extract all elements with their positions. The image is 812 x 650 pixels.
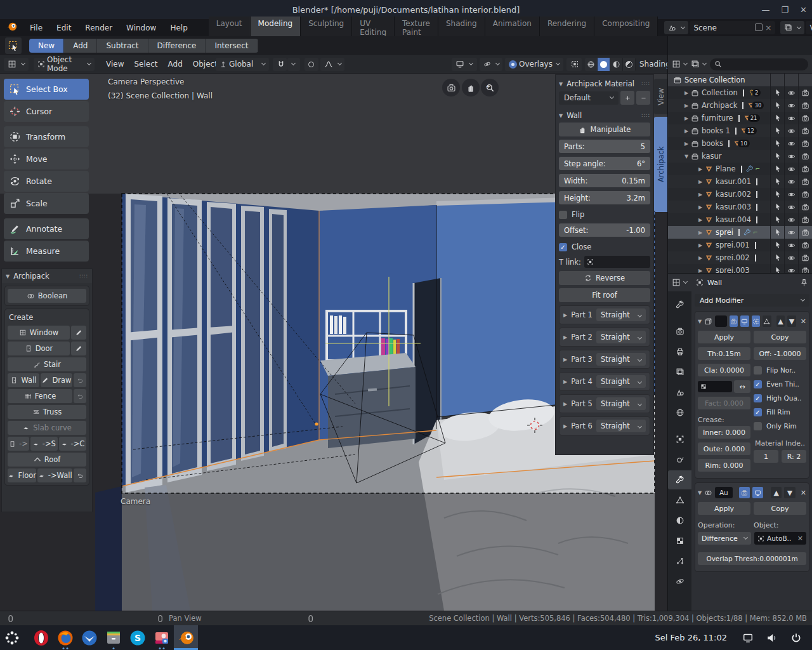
parts-field[interactable]: Parts:5 <box>559 140 650 153</box>
overlap-threshold-field[interactable]: Overlap Thresh:0.000001m <box>698 552 806 565</box>
select-menu[interactable]: Select <box>129 60 162 69</box>
part-5-row[interactable]: ▶Part 5Straight <box>559 394 650 413</box>
render-icon[interactable] <box>798 264 812 273</box>
delete-modifier-icon[interactable]: ✕ <box>801 489 806 497</box>
select-icon[interactable] <box>770 226 784 239</box>
firefox-icon[interactable] <box>53 625 77 650</box>
menu-render[interactable]: Render <box>78 23 119 32</box>
mode-difference-button[interactable]: Difference <box>148 39 206 53</box>
tab-material[interactable] <box>668 511 691 530</box>
volume-icon[interactable] <box>760 625 784 650</box>
part-2-type-dropdown[interactable]: Straight <box>596 331 646 343</box>
select-icon[interactable] <box>770 86 784 99</box>
expand-arrow[interactable]: ▶ <box>696 217 705 223</box>
crease-rim-field[interactable]: Rim: 0.000 <box>698 459 750 472</box>
boolean-apply-button[interactable]: Apply <box>698 502 750 515</box>
wall-panel-collapse-icon[interactable]: ▼ <box>559 113 563 119</box>
tool-scale[interactable]: Scale <box>4 193 89 214</box>
hide-icon[interactable] <box>784 239 798 251</box>
close-button[interactable]: ✕ <box>800 5 807 15</box>
tab-view-layer[interactable] <box>668 362 691 381</box>
proportional-editing-toggle[interactable] <box>304 58 318 71</box>
active-tool-icon[interactable] <box>5 37 22 54</box>
render-icon[interactable] <box>798 86 812 99</box>
power-icon[interactable] <box>784 625 808 650</box>
boolean-object-field[interactable]: AutoB.. ✕ <box>754 532 806 545</box>
tab-particles[interactable] <box>668 552 691 571</box>
expand-icon[interactable]: ▶ <box>563 312 567 318</box>
solidify-apply-button[interactable]: Apply <box>698 331 750 343</box>
to-ceiling-button[interactable]: ->C <box>59 437 86 451</box>
crease-inner-field[interactable]: Inner: 0.000 <box>698 426 750 439</box>
outliner-row-books-1[interactable]: ▶ books 1 12 <box>668 124 812 137</box>
create-floor-button[interactable]: Floor <box>8 468 36 482</box>
snap-settings-dropdown[interactable] <box>287 58 300 71</box>
part-4-type-dropdown[interactable]: Straight <box>596 375 646 388</box>
thickness-field[interactable]: Th:0.15m <box>698 347 750 360</box>
3d-viewport[interactable]: Camera Perspective (32) Scene Collection… <box>0 74 667 611</box>
fit-roof-button[interactable]: Fit roof <box>559 288 650 302</box>
render-icon[interactable] <box>798 226 812 239</box>
tab-world[interactable] <box>668 403 691 422</box>
panel-collapse-icon[interactable]: ▼ <box>6 274 10 279</box>
fill-rim-checkbox[interactable]: ✓ <box>754 408 762 416</box>
crease-outer-field[interactable]: Oute: 0.000 <box>698 442 750 455</box>
t-link-field[interactable] <box>584 256 650 268</box>
tab-object-data[interactable] <box>668 491 691 510</box>
move-up-icon[interactable]: ▲ <box>776 315 785 327</box>
manipulate-button[interactable]: Manipulate <box>559 123 650 136</box>
modifier-collapse-icon[interactable]: ▼ <box>698 490 702 496</box>
tool-move[interactable]: Move <box>4 149 89 169</box>
mode-dropdown[interactable]: Object Mode <box>34 58 95 71</box>
sidebar-tab-archipack[interactable]: Archipack <box>654 117 667 212</box>
render-icon[interactable] <box>798 99 812 112</box>
select-icon[interactable] <box>770 175 784 188</box>
pin-icon[interactable] <box>800 279 808 287</box>
rim-material-field[interactable]: R: 2 <box>782 450 806 463</box>
photos-icon[interactable] <box>150 625 174 650</box>
factor-field[interactable]: Fact: 0.000 <box>698 397 750 409</box>
expand-icon[interactable]: ▶ <box>563 335 567 340</box>
wall-from-curve-button[interactable] <box>74 373 86 387</box>
toggle-render-icon[interactable] <box>730 315 738 327</box>
taskbar-clock[interactable]: Sel Feb 26, 11:02 <box>655 633 727 642</box>
zoom-view-icon[interactable]: + <box>481 79 499 96</box>
render-icon[interactable] <box>798 201 812 213</box>
expand-arrow[interactable]: ▶ <box>696 166 705 172</box>
render-icon[interactable] <box>798 150 812 162</box>
part-6-type-dropdown[interactable]: Straight <box>596 420 646 432</box>
expand-arrow[interactable]: ▶ <box>682 128 691 134</box>
hide-icon[interactable] <box>784 201 798 213</box>
outliner-row-scene-collection[interactable]: Scene Collection <box>668 74 812 86</box>
hide-icon[interactable] <box>784 162 798 175</box>
select-icon[interactable] <box>770 99 784 112</box>
create-roof-button[interactable]: Roof <box>8 453 86 467</box>
tool-transform[interactable]: Transform <box>4 126 89 147</box>
hide-icon[interactable] <box>784 175 798 188</box>
expand-icon[interactable]: ▶ <box>563 357 567 362</box>
move-down-icon[interactable]: ▼ <box>787 315 796 327</box>
part-6-row[interactable]: ▶Part 6Straight <box>559 416 650 435</box>
render-icon[interactable] <box>798 124 812 137</box>
outliner-row-books[interactable]: ▶ books 10 <box>668 137 812 150</box>
clamp-field[interactable]: Cla: 0.0000 <box>698 364 750 376</box>
outliner-search-input[interactable] <box>710 58 808 70</box>
preset-remove-button[interactable] <box>636 91 650 105</box>
select-icon[interactable] <box>770 213 784 226</box>
to-slab-button[interactable]: ->S <box>30 437 58 451</box>
outliner-display-mode-dropdown[interactable] <box>672 60 687 69</box>
material-preset-dropdown[interactable]: Default <box>559 91 619 105</box>
tab-physics[interactable] <box>668 572 691 591</box>
delete-modifier-icon[interactable]: ✕ <box>801 317 806 326</box>
pan-view-icon[interactable] <box>462 79 480 96</box>
expand-arrow[interactable]: ▶ <box>696 192 705 197</box>
hide-icon[interactable] <box>784 188 798 201</box>
edit-window-button[interactable] <box>71 326 86 340</box>
vertex-group-field[interactable] <box>698 381 732 392</box>
width-field[interactable]: Width:0.15m <box>559 174 650 187</box>
offset-field[interactable]: Offset:-1.00 <box>559 223 650 237</box>
gizmos-dropdown[interactable] <box>480 58 502 71</box>
toggle-realtime-icon[interactable] <box>752 487 763 498</box>
tool-rotate[interactable]: Rotate <box>4 171 89 192</box>
render-icon[interactable] <box>798 251 812 264</box>
